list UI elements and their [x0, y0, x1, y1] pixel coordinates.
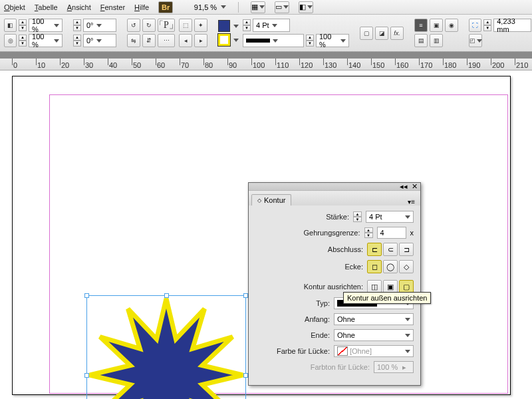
farbe-label: Farbe für Lücke: [263, 347, 330, 355]
staerke-spinner[interactable]: ▲▼ [353, 211, 362, 222]
opacity2-spinner[interactable]: ▲▼ [19, 35, 27, 47]
angle2-field[interactable]: 0° [83, 34, 116, 47]
angle2-spinner[interactable]: ▲▼ [73, 35, 81, 47]
farbe-field[interactable]: [Ohne] [334, 345, 414, 357]
collapse-icon[interactable]: ◂◂ [400, 182, 408, 191]
frame-fitting-icon[interactable]: ⛶ [469, 19, 481, 32]
anfang-label: Anfang: [263, 315, 330, 323]
width-spinner[interactable]: ▲▼ [483, 19, 491, 31]
ende-field[interactable]: Ohne [334, 329, 414, 341]
stroke-weight-field[interactable]: 4 Pt [253, 19, 290, 32]
stroke-swatch-icon[interactable]: ◎ [4, 34, 17, 47]
effects-icon-2[interactable]: ◪ [375, 27, 388, 40]
select-next-icon[interactable]: ▸ [194, 34, 207, 47]
select-content-icon[interactable]: ✦ [194, 19, 207, 32]
wrap-jump-icon[interactable]: ▤ [414, 34, 428, 47]
menu-objekt[interactable]: Objekt [4, 3, 25, 11]
anfang-field[interactable]: Ohne [334, 313, 414, 325]
kontur-tab[interactable]: ◇Kontur [251, 194, 291, 205]
menu-fenster[interactable]: Fenster [100, 3, 125, 11]
select-prev-icon[interactable]: ◂ [179, 34, 192, 47]
none-swatch-icon [337, 346, 348, 356]
wrap-shape-icon[interactable]: ◉ [445, 19, 458, 32]
staerke-label: Stärke: [283, 213, 349, 221]
control-toolbar: ◧ ▲▼ 100 % ◎ ▲▼ 100 % ▲▼ 0° ▲▼ 0° ↺ ↻ 「P… [0, 15, 532, 52]
opacity2-field[interactable]: 100 % [29, 34, 63, 47]
fill-swatch-icon[interactable]: ◧ [4, 19, 17, 32]
rotate-ccw-icon[interactable]: ↺ [127, 19, 140, 32]
bridge-button[interactable]: Br [158, 1, 173, 13]
stroke-color-swatch[interactable] [218, 34, 230, 46]
align-center-icon[interactable]: ◫ [367, 280, 382, 293]
select-container-icon[interactable]: ⬚ [179, 19, 192, 32]
typ-label: Typ: [263, 299, 330, 307]
options-icon[interactable]: ⋯ [158, 34, 175, 47]
staerke-field[interactable]: 4 Pt [366, 211, 414, 223]
wrap-jump-next-icon[interactable]: ▥ [430, 34, 443, 47]
opacity3-spinner[interactable]: ▲▼ [306, 35, 314, 47]
align-outside-icon[interactable]: ▢ [399, 280, 414, 293]
join-miter-icon[interactable]: ◻ [367, 260, 382, 273]
width-field[interactable]: 4,233 mm [493, 19, 531, 32]
selection-bounding-box [86, 295, 246, 399]
farbton-field: 100 %▸ [374, 361, 414, 373]
abschluss-label: Abschluss: [297, 245, 363, 253]
menu-ansicht[interactable]: Ansicht [67, 3, 91, 11]
join-round-icon[interactable]: ◯ [383, 260, 398, 273]
stroke-preview-icon [246, 39, 270, 43]
gehrung-spinner[interactable]: ▲▼ [364, 227, 373, 238]
handle-ne[interactable] [243, 293, 248, 298]
tooltip: Kontur außen ausrichten [343, 292, 431, 304]
horizontal-ruler[interactable]: 0102030405060708090100110120130140150160… [0, 59, 532, 70]
stroke-type-field[interactable] [243, 34, 304, 47]
dark-band [0, 52, 532, 59]
cap-round-icon[interactable]: ⊂ [383, 243, 398, 256]
gehrung-field[interactable]: 4 [377, 227, 406, 239]
rotate-cw-icon[interactable]: ↻ [142, 19, 156, 32]
handle-nw[interactable] [84, 293, 89, 298]
gehrung-label: Gehrungsgrenze: [294, 229, 360, 237]
zoom-dropdown-icon[interactable] [221, 5, 226, 9]
strokeweight-spinner[interactable]: ▲▼ [243, 19, 251, 31]
text-tool-icon[interactable]: 「P」 [158, 19, 175, 32]
flip-v-icon[interactable]: ⇵ [142, 34, 156, 47]
gehrung-suffix: x [410, 229, 414, 237]
ausrichten-label: Kontur ausrichten: [297, 283, 363, 291]
screen-mode-button[interactable]: ▦ [251, 1, 265, 13]
wrap-bbox-icon[interactable]: ▣ [430, 19, 443, 32]
fill-dropdown-icon[interactable] [233, 25, 239, 28]
effects-icon-1[interactable]: ▢ [360, 27, 373, 40]
angle1-spinner[interactable]: ▲▼ [73, 19, 81, 31]
panel-titlebar[interactable]: ◂◂ ✕ [249, 183, 420, 191]
fill-color-swatch[interactable] [218, 20, 230, 32]
ende-label: Ende: [263, 331, 330, 339]
ecke-label: Ecke: [297, 263, 363, 271]
flip-h-icon[interactable]: ⇋ [127, 34, 140, 47]
opacity1-spinner[interactable]: ▲▼ [19, 19, 27, 31]
opacity1-field[interactable]: 100 % [29, 19, 63, 32]
cap-projecting-icon[interactable]: ⊐ [399, 243, 414, 256]
opacity3-field[interactable]: 100 % [316, 34, 349, 47]
wrap-none-icon[interactable]: ≡ [414, 19, 428, 32]
corner-options-icon[interactable]: ◰ [469, 34, 482, 47]
align-inside-icon[interactable]: ▣ [383, 280, 398, 293]
farbton-label: Farbton für Lücke: [303, 363, 370, 371]
handle-e[interactable] [243, 373, 248, 378]
join-bevel-icon[interactable]: ◇ [399, 260, 414, 273]
fx-button[interactable]: fx. [390, 27, 404, 40]
document-canvas[interactable]: ◂◂ ✕ ◇Kontur ▾≡ Stärke: ▲▼ 4 Pt Gehrungs… [0, 70, 532, 399]
stroke-panel[interactable]: ◂◂ ✕ ◇Kontur ▾≡ Stärke: ▲▼ 4 Pt Gehrungs… [248, 182, 421, 386]
menu-hilfe[interactable]: Hilfe [134, 3, 149, 11]
menubar: Objekt Tabelle Ansicht Fenster Hilfe Br … [0, 0, 532, 15]
handle-n[interactable] [164, 293, 169, 298]
close-icon[interactable]: ✕ [412, 182, 418, 191]
zoom-value[interactable]: 91,5 % [186, 3, 217, 11]
handle-w[interactable] [84, 373, 89, 378]
panel-menu-icon[interactable]: ▾≡ [408, 198, 415, 205]
arrange-button[interactable]: ▭ [275, 1, 289, 13]
menu-tabelle[interactable]: Tabelle [35, 3, 58, 11]
angle1-field[interactable]: 0° [83, 19, 116, 32]
workspace-button[interactable]: ◧ [299, 1, 313, 13]
cap-butt-icon[interactable]: ⊏ [367, 243, 382, 256]
stroke-dropdown-icon[interactable] [233, 39, 239, 42]
